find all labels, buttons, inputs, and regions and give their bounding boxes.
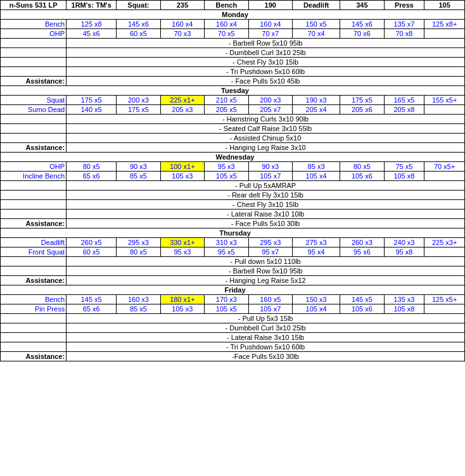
thursday-frontsquat-row: Front Squat 60 x5 80 x5 95 x3 95 x5 95 x… xyxy=(1,247,465,257)
wednesday-ohp-s3: 100 x1+ xyxy=(160,162,204,172)
monday-assist-text-1: - Barbell Row 5x10 95lb xyxy=(67,39,465,48)
wednesday-assist-text-2: - Rear delt Fly 3x10 15lb xyxy=(67,191,465,200)
wednesday-inclinebench-s7: 105 x6 xyxy=(340,172,384,181)
friday-pinpress-s6: 105 x4 xyxy=(292,304,340,314)
press-value: 105 xyxy=(424,1,465,10)
thursday-deadlift-s5: 295 x3 xyxy=(248,238,292,247)
monday-assist-5: Assistance: - Face Pulls 5x10 45lb xyxy=(1,77,465,86)
friday-bench-s6: 150 x3 xyxy=(292,295,340,304)
thursday-assist-text-3: - Hanging Leg Raise 5x12 xyxy=(67,276,465,285)
monday-bench-label: Bench xyxy=(1,20,67,29)
wednesday-assist-5: Assistance: - Face Pulls 5x10 30lb xyxy=(1,219,465,229)
tuesday-assist-label-1 xyxy=(1,115,67,124)
main-table: n-Suns 531 LP 1RM's: TM's Squat: 235 Ben… xyxy=(0,0,465,361)
monday-ohp-label: OHP xyxy=(1,29,67,39)
tuesday-squat-s8: 165 x5 xyxy=(384,96,424,105)
friday-bench-s1: 145 x5 xyxy=(67,295,117,304)
tuesday-assist-text-4: - Hanging Leg Raise 3x10 xyxy=(67,143,465,153)
friday-bench-s9: 125 x5+ xyxy=(424,295,465,304)
friday-pinpress-s3: 105 x3 xyxy=(160,304,204,314)
monday-assist-text-2: - Dumbbell Curl 3x10 25lb xyxy=(67,48,465,58)
friday-assist-text-3: - Lateral Raise 3x10 15lb xyxy=(67,333,465,342)
monday-ohp-s7: 70 x6 xyxy=(340,29,384,39)
monday-assist-label-final: Assistance: xyxy=(1,77,67,86)
monday-bench-s5: 160 x4 xyxy=(248,20,292,29)
thursday-label: Thursday xyxy=(1,229,465,238)
friday-assist-3: - Lateral Raise 3x10 15lb xyxy=(1,333,465,342)
monday-bench-s7: 145 x6 xyxy=(340,20,384,29)
monday-bench-s3: 160 x4 xyxy=(160,20,204,29)
friday-bench-s8: 135 x3 xyxy=(384,295,424,304)
tuesday-squat-s9: 155 x5+ xyxy=(424,96,465,105)
wednesday-ohp-s9: 70 x5+ xyxy=(424,162,465,172)
monday-assist-label-1 xyxy=(1,39,67,48)
tuesday-sumodead-s3: 205 x3 xyxy=(160,105,204,115)
wednesday-assist-text-1: - Pull Up 5xAMRAP xyxy=(67,181,465,191)
bench-value: 190 xyxy=(248,1,292,10)
friday-assist-2: - Dumbbell Curl 3x10 25lb xyxy=(1,323,465,333)
monday-assist-1: - Barbell Row 5x10 95lb xyxy=(1,39,465,48)
friday-assist-text-1: - Pull Up 5x3 15lb xyxy=(67,314,465,323)
tuesday-sumodead-s5: 205 x7 xyxy=(248,105,292,115)
wednesday-label: Wednesday xyxy=(1,153,465,162)
thursday-frontsquat-s6: 95 x4 xyxy=(292,247,340,257)
monday-bench-s1: 125 x8 xyxy=(67,20,117,29)
monday-ohp-s4: 70 x5 xyxy=(205,29,248,39)
tuesday-squat-s3: 225 x1+ xyxy=(160,96,204,105)
friday-pinpress-s8: 105 x8 xyxy=(384,304,424,314)
wednesday-ohp-s7: 80 x5 xyxy=(340,162,384,172)
tuesday-squat-s4: 210 x5 xyxy=(205,96,248,105)
tuesday-sumodead-label: Sumo Dead xyxy=(1,105,67,115)
tuesday-assist-3: - Assisted Chinup 5x10 xyxy=(1,134,465,143)
deadlift-label: Deadlift xyxy=(292,1,340,10)
tuesday-squat-s6: 190 x3 xyxy=(292,96,340,105)
friday-pinpress-label: Pin Press xyxy=(1,304,67,314)
friday-pinpress-s1: 65 x6 xyxy=(67,304,117,314)
wednesday-assist-4: - Lateral Raise 3x10 10lb xyxy=(1,210,465,219)
thursday-deadlift-s1: 260 x5 xyxy=(67,238,117,247)
wednesday-inclinebench-s3: 105 x3 xyxy=(160,172,204,181)
wednesday-ohp-s1: 80 x5 xyxy=(67,162,117,172)
wednesday-assist-text-5: - Face Pulls 5x10 30lb xyxy=(67,219,465,229)
monday-header: Monday xyxy=(1,10,465,20)
wednesday-ohp-label: OHP xyxy=(1,162,67,172)
squat-label: Squat: xyxy=(117,1,160,10)
wednesday-inclinebench-s1: 65 x6 xyxy=(67,172,117,181)
monday-ohp-row: OHP 45 x6 60 x5 70 x3 70 x5 70 x7 70 x4 … xyxy=(1,29,465,39)
tuesday-assist-text-2: - Seated Calf Raise 3x10 55lb xyxy=(67,124,465,134)
monday-ohp-s3: 70 x3 xyxy=(160,29,204,39)
monday-ohp-s6: 70 x4 xyxy=(292,29,340,39)
friday-assist-5: Assistance: -Face Pulls 5x10 30lb xyxy=(1,352,465,361)
monday-assist-text-3: - Chest Fly 3x10 15lb xyxy=(67,58,465,67)
thursday-assist-1: - Pull down 5x10 110lb xyxy=(1,257,465,266)
thursday-frontsquat-s4: 95 x5 xyxy=(205,247,248,257)
thursday-assist-3: Assistance: - Hanging Leg Raise 5x12 xyxy=(1,276,465,285)
thursday-deadlift-s7: 260 x3 xyxy=(340,238,384,247)
thursday-deadlift-s6: 275 x3 xyxy=(292,238,340,247)
press-label: Press xyxy=(384,1,424,10)
tuesday-sumodead-s6: 205 x4 xyxy=(292,105,340,115)
thursday-assist-label-2 xyxy=(1,266,67,276)
friday-pinpress-s7: 105 x6 xyxy=(340,304,384,314)
tuesday-sumodead-s8: 205 x8 xyxy=(384,105,424,115)
bench-label: Bench xyxy=(205,1,248,10)
tuesday-squat-s1: 175 x5 xyxy=(67,96,117,105)
tuesday-sumodead-s9 xyxy=(424,105,465,115)
monday-ohp-s8: 70 x8 xyxy=(384,29,424,39)
thursday-deadlift-s3: 330 x1+ xyxy=(160,238,204,247)
wednesday-assist-label-3 xyxy=(1,200,67,210)
thursday-assist-label-final: Assistance: xyxy=(1,276,67,285)
thursday-frontsquat-s8: 95 x8 xyxy=(384,247,424,257)
friday-assist-text-4: - Tri Pushdown 5x10 60lb xyxy=(67,342,465,352)
wednesday-inclinebench-s2: 85 x5 xyxy=(117,172,160,181)
friday-bench-label: Bench xyxy=(1,295,67,304)
wednesday-assist-label-final: Assistance: xyxy=(1,219,67,229)
thursday-frontsquat-s9 xyxy=(424,247,465,257)
friday-assist-text-2: - Dumbbell Curl 3x10 25lb xyxy=(67,323,465,333)
wednesday-ohp-row: OHP 80 x5 90 x3 100 x1+ 95 x3 90 x3 85 x… xyxy=(1,162,465,172)
friday-bench-row: Bench 145 x5 160 x3 180 x1+ 170 x3 160 x… xyxy=(1,295,465,304)
tuesday-assist-text-1: - Hamstring Curls 3x10 90lb xyxy=(67,115,465,124)
thursday-deadlift-label: Deadlift xyxy=(1,238,67,247)
thursday-frontsquat-s5: 95 x7 xyxy=(248,247,292,257)
tuesday-sumodead-s1: 140 x5 xyxy=(67,105,117,115)
